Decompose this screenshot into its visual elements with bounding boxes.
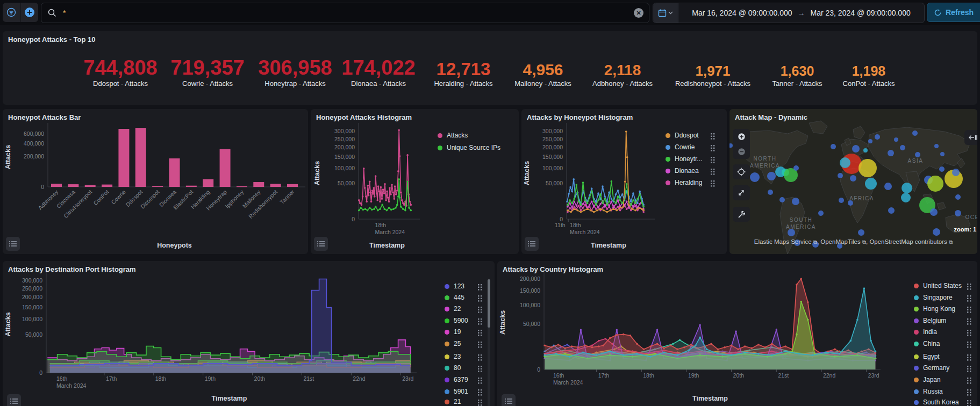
legend-item-menu-button[interactable] bbox=[478, 376, 482, 386]
legend-item-menu-button[interactable] bbox=[478, 306, 482, 315]
legend-item-menu-button[interactable] bbox=[478, 353, 482, 363]
bar-Adbhoney bbox=[51, 184, 62, 187]
map-set-view-button[interactable] bbox=[733, 164, 750, 179]
legend-item-menu-button[interactable] bbox=[967, 353, 971, 363]
legend-item-menu-button[interactable] bbox=[478, 294, 482, 304]
legend-toggle-button[interactable] bbox=[6, 237, 20, 251]
legend-item-hong-kong[interactable]: Hong Kong bbox=[914, 305, 955, 313]
legend-item-egypt[interactable]: Egypt bbox=[914, 353, 940, 360]
legend-item-5900[interactable]: 5900 bbox=[445, 317, 468, 324]
date-start[interactable]: Mar 16, 2024 @ 09:00:00.000 bbox=[692, 9, 792, 17]
legend-item-menu-button[interactable] bbox=[711, 168, 715, 177]
legend-toggle-button[interactable] bbox=[314, 237, 328, 251]
clear-search-button[interactable]: ✕ bbox=[634, 8, 643, 18]
legend-color-dot bbox=[914, 318, 919, 323]
legend-item-china[interactable]: China bbox=[914, 340, 940, 347]
legend-item-menu-button[interactable] bbox=[967, 340, 971, 350]
legend-item-23[interactable]: 23 bbox=[445, 353, 461, 360]
refresh-button[interactable]: Refresh bbox=[927, 3, 980, 22]
bar-Ipphoney bbox=[237, 186, 247, 187]
legend-item-menu-button[interactable] bbox=[711, 132, 715, 142]
attribution-link[interactable]: Elastic Maps Service ⧉ bbox=[754, 238, 817, 245]
legend-item-attacks[interactable]: Attacks bbox=[438, 132, 468, 139]
legend-item-menu-button[interactable] bbox=[478, 283, 482, 293]
add-filter-button[interactable] bbox=[20, 3, 39, 22]
wrench-icon-button[interactable] bbox=[733, 207, 750, 222]
legend-item-25[interactable]: 25 bbox=[445, 340, 461, 347]
legend-item-unique-source-ips[interactable]: Unique Source IPs bbox=[438, 144, 500, 151]
legend-item-80[interactable]: 80 bbox=[445, 364, 461, 372]
svg-text:18th: 18th bbox=[375, 222, 387, 228]
legend-item-germany[interactable]: Germany bbox=[914, 364, 949, 372]
bar-ElasticPot bbox=[186, 186, 197, 187]
date-end[interactable]: Mar 23, 2024 @ 09:00:00.000 bbox=[811, 9, 911, 17]
legend-item-19[interactable]: 19 bbox=[445, 328, 461, 336]
legend-toggle-button[interactable] bbox=[7, 394, 21, 406]
panel-honeypot-top10: Honeypot Attacks - Top 10 744,808Ddospot… bbox=[3, 31, 977, 105]
legend-toggle-button[interactable] bbox=[525, 237, 539, 251]
legend-item-menu-button[interactable] bbox=[967, 365, 971, 374]
legend-item-menu-button[interactable] bbox=[711, 144, 715, 154]
bar-Ddospot bbox=[135, 128, 146, 187]
legend-item-menu-button[interactable] bbox=[711, 179, 715, 189]
world-map[interactable] bbox=[729, 109, 977, 254]
legend-item-honeytr-[interactable]: Honeytr... bbox=[666, 155, 702, 163]
legend-item-menu-button[interactable] bbox=[967, 329, 971, 338]
legend-item-123[interactable]: 123 bbox=[445, 282, 464, 290]
legend-item-india[interactable]: India bbox=[914, 328, 937, 336]
map-fit-data-button[interactable] bbox=[733, 185, 750, 200]
panel-honeypot-attacks-bar: Honeypot Attacks Bar 0200,000400,000600,… bbox=[3, 109, 308, 254]
legend-item-menu-button[interactable] bbox=[967, 282, 971, 292]
legend-item-japan[interactable]: Japan bbox=[914, 376, 941, 383]
legend-item-menu-button[interactable] bbox=[967, 294, 971, 304]
map-region-label: AMERICA bbox=[786, 224, 816, 230]
legend-item-cowrie[interactable]: Cowrie bbox=[666, 143, 695, 151]
legend-item-22[interactable]: 22 bbox=[445, 305, 461, 313]
legend-item-445[interactable]: 445 bbox=[445, 294, 464, 301]
svg-text:March 2024: March 2024 bbox=[56, 382, 87, 389]
legend-item-21[interactable]: 21 bbox=[445, 398, 461, 405]
date-picker-menu[interactable] bbox=[653, 3, 678, 23]
legend-item-menu-button[interactable] bbox=[478, 340, 482, 350]
legend-item-menu-button[interactable] bbox=[711, 156, 715, 165]
svg-text:50,000: 50,000 bbox=[523, 321, 540, 327]
svg-text:ConPot: ConPot bbox=[92, 189, 110, 206]
collapse-legend-button[interactable] bbox=[964, 130, 977, 145]
legend-item-south-korea[interactable]: South Korea bbox=[914, 398, 959, 406]
legend-item-5901[interactable]: 5901 bbox=[445, 388, 468, 395]
legend-item-belgium[interactable]: Belgium bbox=[914, 317, 946, 324]
legend-item-singapore[interactable]: Singapore bbox=[914, 294, 953, 301]
legend-item-united-states[interactable]: United States bbox=[914, 282, 962, 289]
x-axis-title: Timestamp bbox=[692, 395, 728, 402]
legend-item-russia[interactable]: Russia bbox=[914, 388, 943, 395]
attribution-link[interactable]: OpenMapTiles ⧉ bbox=[820, 238, 866, 245]
svg-text:21st: 21st bbox=[778, 372, 789, 379]
metric-label: Adbhoney - Attacks bbox=[592, 79, 653, 88]
legend-item-menu-button[interactable] bbox=[967, 306, 971, 315]
legend-item-menu-button[interactable] bbox=[478, 365, 482, 374]
legend-item-menu-button[interactable] bbox=[967, 317, 971, 327]
metric-mailoney-attacks: 4,956Mailoney - Attacks bbox=[514, 62, 571, 88]
legend-item-menu-button[interactable] bbox=[478, 329, 482, 338]
legend-item-menu-button[interactable] bbox=[967, 376, 971, 386]
legend-item-menu-button[interactable] bbox=[478, 398, 482, 406]
legend-item-dionaea[interactable]: Dionaea bbox=[666, 167, 699, 175]
legend-item-ddospot[interactable]: Ddospot bbox=[666, 132, 699, 139]
map-region-label: AFRICA bbox=[849, 195, 874, 201]
legend-item-menu-button[interactable] bbox=[967, 388, 971, 398]
legend-toggle-button[interactable] bbox=[502, 394, 516, 406]
search-input[interactable] bbox=[62, 8, 649, 18]
legend-color-dot bbox=[438, 133, 442, 138]
legend-item-6379[interactable]: 6379 bbox=[445, 376, 468, 383]
legend-item-heralding[interactable]: Heralding bbox=[666, 179, 702, 186]
attribution-link[interactable]: OpenStreetMap contributors ⧉ bbox=[869, 238, 953, 245]
filter-menu-button[interactable] bbox=[3, 3, 20, 22]
map-zoom-out-button[interactable] bbox=[733, 144, 750, 159]
legend-scrollbar-thumb[interactable] bbox=[488, 279, 490, 328]
map-zoom-in-button[interactable] bbox=[733, 129, 750, 144]
legend-item-menu-button[interactable] bbox=[478, 317, 482, 327]
legend-color-dot bbox=[914, 366, 919, 371]
legend-item-menu-button[interactable] bbox=[967, 399, 971, 406]
svg-text:Adbhoney: Adbhoney bbox=[37, 188, 59, 211]
legend-item-menu-button[interactable] bbox=[478, 388, 482, 398]
